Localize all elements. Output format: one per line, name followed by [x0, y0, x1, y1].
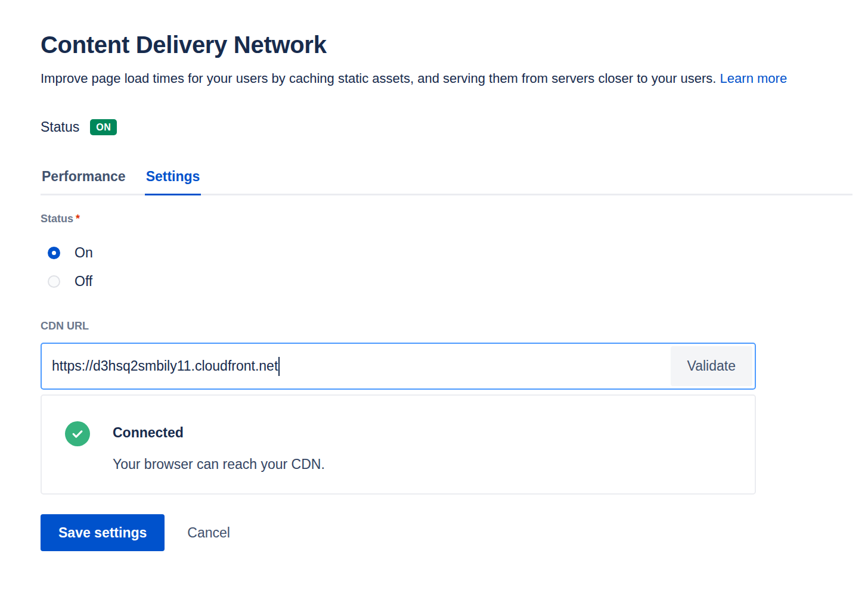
cancel-button[interactable]: Cancel	[182, 525, 235, 541]
validation-result-text: Connected Your browser can reach your CD…	[113, 421, 325, 474]
radio-unselected-icon[interactable]	[48, 275, 60, 288]
validation-result-panel: Connected Your browser can reach your CD…	[41, 394, 756, 495]
cdn-url-input[interactable]: https://d3hsq2smbily11.cloudfront.net	[44, 346, 671, 386]
text-caret	[278, 357, 280, 376]
radio-option-on[interactable]: On	[41, 239, 93, 268]
status-radio-group: On Off	[41, 239, 852, 296]
cdn-url-label: CDN URL	[41, 320, 852, 333]
status-on-badge: ON	[90, 119, 117, 135]
validation-result-message: Your browser can reach your CDN.	[113, 456, 325, 474]
tab-bar: Performance Settings	[41, 169, 852, 195]
page-title: Content Delivery Network	[41, 30, 852, 60]
page-description-text: Improve page load times for your users b…	[41, 71, 716, 86]
radio-off-label: Off	[75, 273, 92, 290]
learn-more-link[interactable]: Learn more	[720, 71, 788, 86]
page-description: Improve page load times for your users b…	[41, 67, 850, 91]
radio-selected-icon[interactable]	[48, 247, 60, 259]
cdn-url-value: https://d3hsq2smbily11.cloudfront.net	[52, 358, 278, 374]
cdn-settings-page: Content Delivery Network Improve page lo…	[0, 0, 868, 551]
status-field-label-row: Status*	[41, 213, 852, 226]
status-field-label: Status	[41, 213, 73, 225]
cdn-url-field: https://d3hsq2smbily11.cloudfront.net Va…	[41, 343, 756, 390]
validate-button[interactable]: Validate	[671, 346, 752, 386]
status-summary-row: Status ON	[41, 119, 852, 135]
save-settings-button[interactable]: Save settings	[41, 514, 165, 551]
radio-option-off[interactable]: Off	[41, 268, 92, 296]
status-field: Status* On Off	[41, 213, 852, 296]
status-summary-label: Status	[41, 119, 79, 135]
tab-performance[interactable]: Performance	[41, 169, 127, 195]
radio-on-label: On	[75, 245, 93, 261]
validation-result-title: Connected	[113, 424, 325, 442]
required-asterisk: *	[76, 213, 80, 225]
check-circle-icon	[65, 421, 90, 446]
tab-settings[interactable]: Settings	[145, 169, 202, 195]
form-actions: Save settings Cancel	[41, 514, 852, 551]
